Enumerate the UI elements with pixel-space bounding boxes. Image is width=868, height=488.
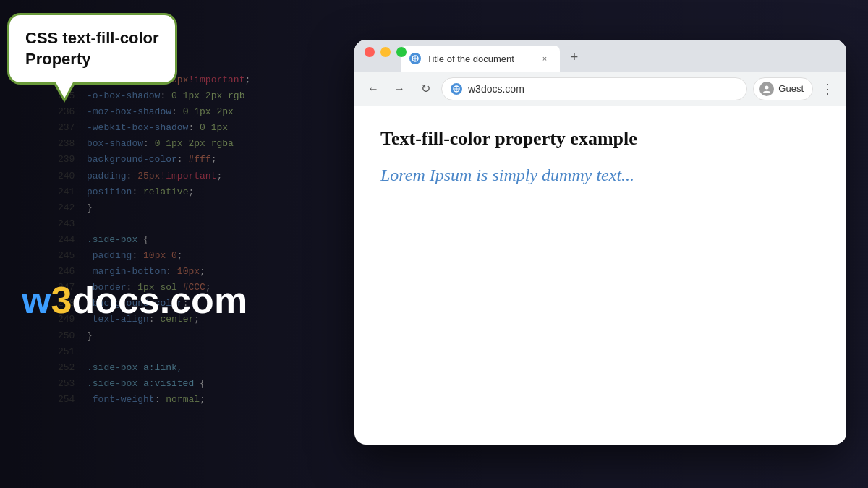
browser-content: Text-fill-color property example Lorem I… xyxy=(354,106,846,207)
browser-tabbar: Title of the document × + xyxy=(354,40,846,72)
tab-close-button[interactable]: × xyxy=(538,52,551,65)
traffic-light-yellow[interactable] xyxy=(380,47,391,57)
more-options-button[interactable]: ⋮ xyxy=(817,79,838,99)
browser-tab-active[interactable]: Title of the document × xyxy=(401,46,560,72)
tab-favicon xyxy=(409,53,421,64)
profile-button[interactable]: Guest xyxy=(753,77,813,100)
content-lorem: Lorem Ipsum is simply dummy text... xyxy=(380,166,820,185)
forward-button[interactable]: → xyxy=(389,79,409,99)
profile-icon xyxy=(760,82,774,96)
profile-label: Guest xyxy=(778,83,804,94)
profile-area: Guest ⋮ xyxy=(753,77,838,100)
svg-point-6 xyxy=(765,85,769,89)
reload-button[interactable]: ↻ xyxy=(415,79,435,99)
content-heading: Text-fill-color property example xyxy=(380,128,820,150)
back-button[interactable]: ← xyxy=(363,79,383,99)
browser-addressbar: ← → ↻ w3docs.com Guest ⋮ xyxy=(354,72,846,106)
w3docs-logo: w3 docs.com xyxy=(22,278,247,322)
logo-com-text: .com xyxy=(160,278,247,322)
address-bar[interactable]: w3docs.com xyxy=(441,77,747,100)
address-favicon xyxy=(451,83,462,95)
url-text: w3docs.com xyxy=(468,83,524,95)
tab-title: Title of the document xyxy=(427,53,532,64)
traffic-light-red[interactable] xyxy=(365,47,375,57)
bubble-title: CSS text-fill-color Property xyxy=(25,28,159,69)
browser-window: Title of the document × + ← → ↻ w3docs.c… xyxy=(354,40,846,445)
logo-w3: w3 xyxy=(22,278,72,322)
traffic-light-green[interactable] xyxy=(396,47,407,57)
logo-docs-text: docs xyxy=(72,278,159,322)
new-tab-button[interactable]: + xyxy=(563,46,586,69)
speech-bubble: CSS text-fill-color Property xyxy=(7,13,177,85)
traffic-lights xyxy=(365,47,407,57)
